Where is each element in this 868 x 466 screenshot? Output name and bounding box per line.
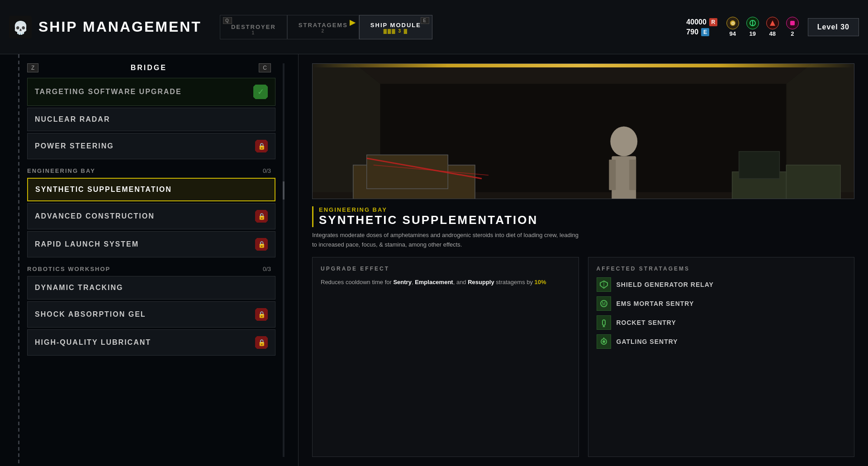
preview-scene (313, 64, 854, 199)
section-title: BRIDGE (131, 64, 167, 72)
detail-section: ENGINEERING BAY SYNTHETIC SUPPLEMENTATIO… (312, 206, 854, 250)
bridge-section-header: Z BRIDGE C (0, 54, 298, 78)
robotics-workshop-category: ROBOTICS WORKSHOP 0/3 (0, 257, 298, 276)
stratagem-item-shield: SHIELD GENERATOR RELAY (597, 277, 846, 292)
svg-text:M: M (602, 301, 605, 306)
requisition-icon: R (709, 18, 717, 26)
module-targeting-software[interactable]: TARGETING SOFTWARE UPGRADE ✓ (27, 78, 275, 106)
stat-special: 2 (786, 17, 799, 37)
affected-stratagems-title: AFFECTED STRATAGEMS (597, 266, 846, 272)
bottom-panels: UPGRADE EFFECT Reduces cooldown time for… (312, 257, 854, 457)
stratagem-icon-ems: M (597, 296, 611, 311)
right-panel: ENGINEERING BAY SYNTHETIC SUPPLEMENTATIO… (299, 54, 868, 466)
accent-bar (312, 206, 313, 227)
detail-title: SYNTHETIC SUPPLEMENTATION (319, 213, 538, 227)
stats-group: ⚙ 94 19 48 2 (726, 17, 799, 37)
module-rapid-launch[interactable]: RAPID LAUNCH SYSTEM 🔒 (27, 231, 275, 257)
preview-image (312, 63, 854, 199)
scene-lights (313, 64, 854, 67)
upgrade-effect-panel: UPGRADE EFFECT Reduces cooldown time for… (312, 257, 579, 457)
engineering-module-list: SYNTHETIC SUPPLEMENTATION ADVANCED CONST… (0, 178, 298, 257)
robotics-module-list: DYNAMIC TRACKING SHOCK ABSORPTION GEL 🔒 … (0, 276, 298, 356)
check-badge: ✓ (253, 85, 268, 99)
svg-rect-7 (790, 21, 795, 25)
engineering-bay-category: ENGINEERING BAY 0/3 (0, 159, 298, 178)
tab-destroyer[interactable]: Q DESTROYER 1 (220, 15, 287, 39)
module-dynamic-tracking[interactable]: DYNAMIC TRACKING (27, 276, 275, 300)
nav-key-right[interactable]: C (259, 63, 271, 72)
stratagem-item-gatling: GATLING SENTRY (597, 334, 846, 349)
tab-stratagems[interactable]: STRATAGEMS ▶ 2 (287, 15, 359, 39)
currency-group: 40000 R 790 E (686, 18, 717, 36)
energy-icon: E (701, 28, 709, 36)
svg-rect-27 (786, 165, 840, 199)
scrollbar-track (283, 63, 285, 457)
module-advanced-construction[interactable]: ADVANCED CONSTRUCTION 🔒 (27, 203, 275, 229)
stratagem-list: SHIELD GENERATOR RELAY M EMS MORTAR SENT… (597, 277, 846, 349)
svg-rect-21 (609, 160, 616, 190)
scene-svg (313, 64, 854, 199)
sidebar: Z BRIDGE C TARGETING SOFTWARE UPGRADE ✓ … (0, 54, 299, 466)
lock-badge-shock: 🔒 (255, 308, 268, 321)
module-shock-absorption[interactable]: SHOCK ABSORPTION GEL 🔒 (27, 301, 275, 328)
module-hq-lubricant[interactable]: HIGH-QUALITY LUBRICANT 🔒 (27, 329, 275, 356)
header-right: 40000 R 790 E ⚙ 94 19 (686, 17, 859, 37)
svg-text:💀: 💀 (13, 20, 28, 35)
svg-text:⚙: ⚙ (730, 21, 735, 26)
bridge-module-list: TARGETING SOFTWARE UPGRADE ✓ NUCLEAR RAD… (0, 78, 298, 159)
skull-icon: 💀 (9, 16, 32, 38)
module-synthetic-supplementation[interactable]: SYNTHETIC SUPPLEMENTATION (27, 178, 275, 201)
level-badge: Level 30 (808, 18, 859, 36)
lock-badge-adv: 🔒 (255, 210, 268, 223)
header: 💀 SHIP MANAGEMENT Q DESTROYER 1 STRATAGE… (0, 0, 868, 54)
upgrade-effect-text: Reduces cooldown time for Sentry, Emplac… (321, 277, 570, 287)
stratagems-icon (766, 17, 779, 29)
svg-marker-6 (770, 20, 775, 26)
svg-point-19 (610, 127, 637, 157)
currency-req: 40000 R (686, 18, 717, 26)
stratagem-icon-rocket (597, 315, 611, 330)
currency-energy: 790 E (686, 28, 717, 36)
scrollbar-thumb[interactable] (283, 181, 285, 200)
detail-category: ENGINEERING BAY (319, 206, 538, 213)
medals-icon (746, 17, 759, 29)
upgrade-effect-title: UPGRADE EFFECT (321, 266, 570, 272)
stat-stratagems: 48 (766, 17, 779, 37)
svg-point-34 (602, 340, 605, 343)
stat-samples: ⚙ 94 (726, 17, 739, 37)
sidebar-border (18, 54, 19, 466)
stat-medals: 19 (746, 17, 759, 37)
tab-bar: Q DESTROYER 1 STRATAGEMS ▶ 2 SHIP MODULE… (220, 15, 432, 39)
module-power-steering[interactable]: POWER STEERING 🔒 (27, 133, 275, 159)
lock-badge: 🔒 (255, 140, 268, 152)
module-nuclear-radar[interactable]: NUCLEAR RADAR (27, 108, 275, 131)
samples-icon: ⚙ (726, 17, 739, 29)
app-title: SHIP MANAGEMENT (38, 19, 202, 35)
nav-key-left[interactable]: Z (27, 63, 38, 72)
stratagem-item-rocket: ROCKET SENTRY (597, 315, 846, 330)
stratagem-icon-shield (597, 277, 611, 292)
stratagem-icon-gatling (597, 334, 611, 349)
special-icon (786, 17, 799, 29)
lock-badge-rapid: 🔒 (255, 238, 268, 251)
tab-ship-module[interactable]: SHIP MODULE E ▓▓▓ 3 ▓ (359, 15, 432, 39)
detail-description: Integrates moderate doses of amphetamine… (312, 231, 583, 250)
stratagem-item-ems: M EMS MORTAR SENTRY (597, 296, 846, 311)
affected-stratagems-panel: AFFECTED STRATAGEMS SHIELD GENERATOR REL… (588, 257, 855, 457)
lock-badge-lub: 🔒 (255, 336, 268, 349)
main-content: Z BRIDGE C TARGETING SOFTWARE UPGRADE ✓ … (0, 54, 868, 466)
svg-rect-22 (629, 160, 636, 190)
svg-rect-32 (602, 320, 605, 325)
svg-rect-26 (739, 152, 780, 179)
